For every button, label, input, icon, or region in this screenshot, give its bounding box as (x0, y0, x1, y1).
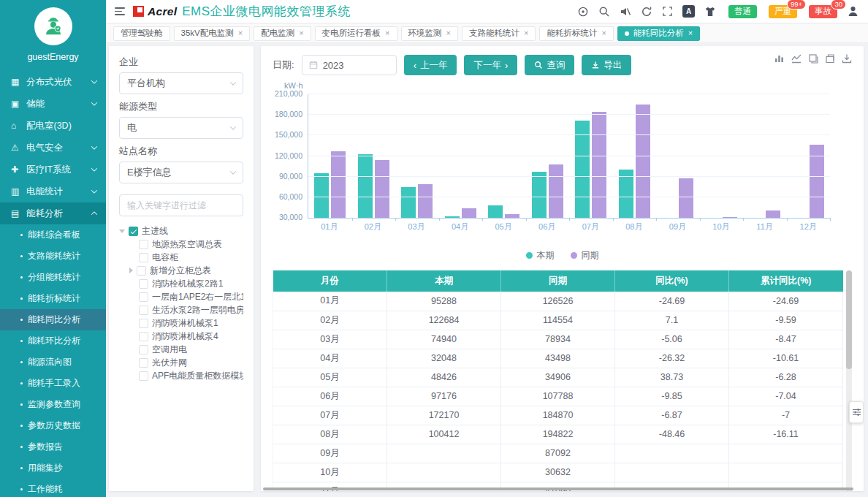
sidebar-subitem-energy-convert[interactable]: 能耗折标统计 (0, 288, 106, 309)
tab-35kv-power-monitor[interactable]: 35kV配电监测× (174, 26, 251, 41)
alarm-badge-accident[interactable]: 事故30 (809, 5, 837, 18)
checkbox[interactable] (139, 306, 148, 315)
sidebar-item-distributed-pv[interactable]: ▦分布式光伏 (0, 71, 106, 93)
tree-node[interactable]: 生活水泵2路一层弱电房 (119, 303, 243, 316)
sidebar-item-power-statistics[interactable]: ▥电能统计 (0, 181, 106, 202)
tab-env-monitor[interactable]: 环境监测× (401, 26, 458, 41)
legend-item-同期[interactable]: 同期 (571, 249, 599, 262)
sidebar-subitem-branch-energy[interactable]: 支路能耗统计 (0, 246, 106, 267)
save-image-icon[interactable] (842, 53, 852, 64)
tree-node[interactable]: 新增分立柜总表 (119, 264, 243, 277)
checkbox[interactable] (139, 240, 148, 249)
legend-item-本期[interactable]: 本期 (526, 249, 555, 262)
sidebar-subitem-group-energy[interactable]: 分组能耗统计 (0, 267, 106, 288)
chevron-up-icon (91, 211, 97, 217)
sidebar-subitem-param-history[interactable]: 参数历史数据 (0, 415, 106, 436)
checkbox[interactable] (139, 371, 148, 381)
tree-node[interactable]: 消防喷淋机械泵1 (119, 316, 243, 330)
refresh-icon[interactable] (641, 6, 652, 18)
enterprise-select[interactable]: 平台机构 (119, 72, 243, 94)
query-button[interactable]: 查询 (525, 55, 574, 75)
tree-node[interactable]: 消防栓机械泵2路1 (119, 277, 243, 290)
checkbox[interactable] (139, 319, 148, 328)
checkbox[interactable] (139, 358, 148, 368)
close-icon[interactable]: × (688, 29, 693, 37)
tree-node[interactable]: 光伏并网 (119, 356, 243, 369)
caret-down-icon[interactable] (119, 229, 125, 233)
sidebar-item-energy-analysis[interactable]: ▤能耗分析 (0, 202, 106, 224)
font-size-icon[interactable]: A (682, 5, 695, 18)
alarm-badge-serious[interactable]: 严重99+ (769, 5, 797, 18)
export-button[interactable]: 导出 (582, 55, 631, 75)
tree-node[interactable]: 地源热泵空调总表 (119, 238, 243, 251)
fullscreen-icon[interactable] (662, 6, 673, 17)
tree-node[interactable]: 一层南1APE2右一层北1APE1左 (119, 290, 243, 303)
target-icon[interactable] (577, 6, 589, 18)
station-value: E楼宇信息 (127, 166, 172, 179)
tree-node[interactable]: 电容柜 (119, 251, 243, 264)
tree-node-root[interactable]: 主进线 (119, 224, 243, 238)
year-picker[interactable]: 2023 (302, 55, 397, 75)
tab-power-monitor[interactable]: 配电监测× (254, 26, 311, 41)
user-icon[interactable] (847, 5, 859, 18)
close-icon[interactable]: × (446, 29, 451, 37)
close-icon[interactable]: × (385, 29, 389, 37)
tab-substation-board[interactable]: 变电所运行看板× (315, 26, 397, 41)
magictype-bar-icon[interactable] (774, 53, 785, 64)
tree-node[interactable]: APF电能质量柜数据模块1 (119, 369, 243, 382)
close-icon[interactable]: × (238, 29, 243, 37)
caret-right-icon[interactable] (129, 268, 133, 273)
sidebar-item-power-room-3d[interactable]: ⌂配电室(3D) (0, 115, 106, 137)
restore-icon[interactable] (825, 53, 835, 64)
energy-type-select[interactable]: 电 (119, 117, 243, 139)
sidebar-subitem-work-energy[interactable]: 工作能耗 (0, 479, 106, 497)
next-year-button[interactable]: 下一年› (464, 55, 517, 75)
mute-icon[interactable] (620, 6, 631, 18)
bar-本期 (314, 173, 329, 218)
tab-energy-yoy-analysis[interactable]: 能耗同比分析× (617, 26, 700, 41)
sidebar-item-medical-it[interactable]: ✚医疗IT系统 (0, 159, 106, 181)
checkbox[interactable] (139, 345, 148, 354)
bullet-icon (20, 276, 23, 278)
sidebar-item-energy-storage[interactable]: ▣储能 (0, 93, 106, 115)
alarm-badge-normal[interactable]: 普通 (728, 5, 757, 18)
station-select[interactable]: E楼宇信息 (119, 162, 243, 183)
sidebar-subitem-energy-flow[interactable]: 能源流向图 (0, 352, 106, 373)
sidebar-subitem-manual-entry[interactable]: 能耗手工录入 (0, 373, 106, 394)
tab-branch-energy-stats[interactable]: 支路能耗统计× (462, 26, 536, 41)
checkbox[interactable] (139, 253, 148, 262)
checkbox[interactable] (129, 227, 138, 236)
tree-node[interactable]: 空调用电 (119, 343, 243, 356)
close-icon[interactable]: × (524, 29, 528, 37)
checkbox[interactable] (139, 332, 148, 341)
magictype-line-icon[interactable] (791, 53, 802, 64)
tree-filter-input[interactable] (119, 194, 243, 216)
sidebar-subitem-energy-dashboard[interactable]: 能耗综合看板 (0, 224, 106, 246)
sidebar-subitem-energy-yoy[interactable]: 能耗同比分析 (0, 309, 106, 330)
close-icon[interactable]: × (601, 29, 606, 37)
table-cell: 100412 (387, 425, 501, 444)
sidebar-subitem-param-report[interactable]: 参数报告 (0, 436, 106, 458)
stack-icon[interactable] (808, 53, 818, 64)
table-scrollbar-thumb[interactable] (846, 270, 852, 369)
gridline (308, 94, 830, 94)
prev-year-button[interactable]: ‹上一年 (404, 55, 457, 75)
checkbox[interactable] (139, 279, 148, 289)
panel-resize-handle[interactable] (849, 401, 864, 423)
sidebar-subitem-param-query[interactable]: 监测参数查询 (0, 394, 106, 415)
sidebar-item-electrical-safety[interactable]: ⚠电气安全 (0, 137, 106, 159)
tree-node[interactable]: 消防喷淋机械泵4 (119, 330, 243, 343)
station-label: 站点名称 (119, 145, 243, 158)
horizontal-scrollbar-thumb[interactable] (263, 487, 853, 490)
collapse-menu-icon[interactable] (115, 7, 126, 15)
sidebar-subitem-meter-reading[interactable]: 用能集抄 (0, 458, 106, 479)
tab-energy-convert-stats[interactable]: 能耗折标统计× (539, 26, 613, 41)
tab-management-cockpit[interactable]: 管理驾驶舱 (113, 26, 170, 41)
search-icon[interactable] (598, 6, 610, 18)
y-axis-tick-label: 180,000 (275, 110, 302, 118)
close-icon[interactable]: × (299, 29, 303, 37)
theme-shirt-icon[interactable] (704, 6, 716, 18)
sidebar-subitem-energy-mom[interactable]: 能耗环比分析 (0, 330, 106, 352)
checkbox[interactable] (139, 292, 148, 302)
checkbox[interactable] (137, 266, 146, 276)
